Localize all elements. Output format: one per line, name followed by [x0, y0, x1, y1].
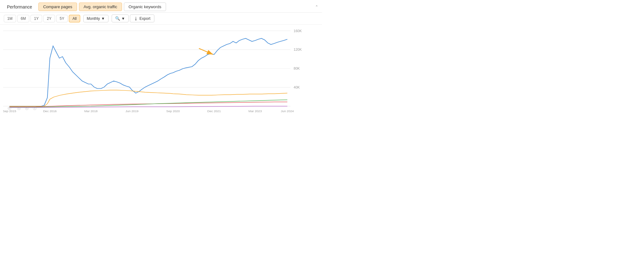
export-button[interactable]: ⭳ Export — [130, 14, 155, 22]
svg-text:80K: 80K — [294, 66, 300, 70]
search-dropdown[interactable]: 🔍 ▼ — [112, 14, 129, 22]
tab-performance[interactable]: Performance — [3, 3, 36, 11]
tab-organic-keywords[interactable]: Organic keywords — [124, 3, 166, 11]
svg-text:Jun 2024: Jun 2024 — [281, 110, 294, 113]
annotation-arrow — [199, 49, 213, 55]
chevron-down-icon-2: ▼ — [121, 16, 125, 21]
chevron-down-icon: ▼ — [101, 16, 105, 21]
top-bar: Performance Compare pages Avg. organic t… — [0, 0, 322, 13]
period-5y[interactable]: 5Y — [56, 15, 68, 22]
svg-text:2: 2 — [34, 107, 35, 109]
chart-svg: 160K 120K 80K 40K Sep 2015 Dec 2016 Mar … — [3, 28, 306, 116]
svg-text:Jun 2019: Jun 2019 — [125, 110, 139, 113]
svg-text:Sep 2020: Sep 2020 — [166, 110, 180, 113]
period-2y[interactable]: 2Y — [43, 15, 55, 22]
svg-text:Mar 2018: Mar 2018 — [84, 110, 98, 113]
granularity-dropdown[interactable]: Monthly ▼ — [83, 15, 108, 22]
svg-text:Dec 2016: Dec 2016 — [43, 110, 57, 113]
period-all[interactable]: All — [69, 15, 80, 22]
export-label: Export — [140, 16, 151, 21]
collapse-icon[interactable]: ⌃ — [315, 5, 318, 9]
svg-text:120K: 120K — [294, 48, 302, 52]
period-6m[interactable]: 6M — [17, 15, 30, 22]
svg-text:G: G — [26, 107, 28, 109]
tab-avg-organic[interactable]: Avg. organic traffic — [79, 3, 122, 11]
period-1m[interactable]: 1M — [4, 15, 16, 22]
svg-text:Dec 2021: Dec 2021 — [207, 110, 221, 113]
svg-text:Sep 2015: Sep 2015 — [3, 110, 16, 113]
tab-compare-pages[interactable]: Compare pages — [38, 3, 77, 11]
granularity-label: Monthly — [87, 16, 100, 21]
blue-line — [9, 38, 287, 106]
chart-container: 160K 120K 80K 40K Sep 2015 Dec 2016 Mar … — [0, 25, 322, 125]
svg-text:G: G — [8, 107, 10, 109]
svg-text:Mar 2023: Mar 2023 — [248, 110, 262, 113]
search-icon: 🔍 — [115, 16, 120, 21]
svg-text:160K: 160K — [294, 29, 302, 33]
controls-bar: 1M 6M 1Y 2Y 5Y All Monthly ▼ 🔍 ▼ ⭳ Expor… — [0, 13, 322, 25]
download-icon: ⭳ — [134, 16, 138, 21]
svg-text:40K: 40K — [294, 85, 300, 89]
period-1y[interactable]: 1Y — [31, 15, 42, 22]
svg-text:G: G — [18, 107, 19, 109]
